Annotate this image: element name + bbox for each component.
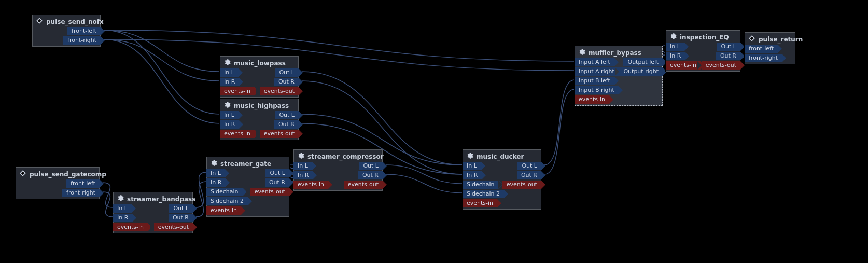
port-in-In-L[interactable]: In L	[220, 111, 239, 119]
port-in-In-L[interactable]: In L	[220, 68, 239, 77]
port-out-Out-L[interactable]: Out L	[517, 162, 541, 170]
wire[interactable]	[544, 80, 575, 165]
wire[interactable]	[104, 30, 220, 72]
port-in-events-in[interactable]: events-in	[293, 181, 328, 189]
node-inspection_EQ[interactable]: inspection_EQIn LOut LIn ROut Revents-in…	[666, 30, 740, 72]
port-out-Out-R[interactable]: Out R	[716, 52, 740, 60]
port-in-front-left[interactable]: front-left	[745, 45, 778, 53]
node-title-text: pulse_return	[759, 36, 803, 43]
wire[interactable]	[104, 39, 575, 71]
port-out-Out-R[interactable]: Out R	[274, 120, 299, 129]
port-out-Output-right[interactable]: Output right	[619, 67, 663, 76]
port-in-Sidechain[interactable]: Sidechain	[463, 181, 499, 189]
wire[interactable]	[103, 183, 113, 207]
port-in-Input-B-right[interactable]: Input B right	[575, 86, 619, 94]
node-music_lowpass[interactable]: music_lowpassIn LOut LIn ROut Revents-in…	[220, 56, 299, 98]
port-in-In-R[interactable]: In R	[666, 52, 685, 60]
node-pulse_send_gatecomp[interactable]: pulse_send_gatecompfront-leftfront-right	[16, 167, 100, 199]
node-streamer_compressor[interactable]: streamer_compressorIn LOut LIn ROut Reve…	[293, 149, 383, 191]
port-in-events-in[interactable]: events-in	[206, 206, 241, 215]
wire[interactable]	[386, 165, 463, 184]
port-out-Out-L[interactable]: Out L	[275, 111, 299, 119]
port-in-In-R[interactable]: In R	[206, 178, 226, 187]
node-streamer_gate[interactable]: streamer_gateIn LOut LIn ROut RSidechain…	[206, 157, 289, 217]
port-out-events-out[interactable]: events-out	[260, 130, 299, 138]
port-in-events-in[interactable]: events-in	[666, 61, 701, 70]
port-in-In-R[interactable]: In R	[220, 78, 239, 86]
diamond-icon	[748, 35, 755, 44]
wire[interactable]	[386, 174, 463, 193]
port-in-In-R[interactable]: In R	[220, 120, 239, 129]
port-in-events-in[interactable]: events-in	[220, 130, 255, 138]
port-out-events-out[interactable]: events-out	[502, 181, 541, 189]
port-out-Out-R[interactable]: Out R	[169, 214, 193, 222]
gear-icon	[223, 101, 231, 110]
port-in-In-L[interactable]: In L	[666, 43, 684, 51]
diamond-icon	[19, 170, 26, 178]
node-music_highpass[interactable]: music_highpassIn LOut LIn ROut Revents-i…	[220, 99, 299, 140]
node-title: music_highpass	[220, 99, 298, 111]
port-in-In-L[interactable]: In L	[463, 162, 481, 170]
port-out-Out-L[interactable]: Out L	[717, 43, 740, 51]
port-out-Out-L[interactable]: Out L	[359, 162, 383, 170]
port-in-In-R[interactable]: In R	[113, 214, 132, 222]
port-in-Sidechain-2[interactable]: Sidechain 2	[206, 197, 248, 205]
wire[interactable]	[196, 182, 206, 217]
port-in-Sidechain[interactable]: Sidechain	[206, 188, 243, 196]
node-title-text: music_ducker	[477, 153, 524, 160]
port-in-events-in[interactable]: events-in	[463, 199, 497, 207]
port-out-events-out[interactable]: events-out	[260, 87, 299, 95]
wire[interactable]	[544, 89, 575, 174]
wire[interactable]	[104, 39, 220, 123]
node-title: pulse_send_gatecomp	[16, 168, 99, 179]
node-title-text: music_lowpass	[234, 60, 286, 67]
wire[interactable]	[103, 192, 113, 217]
node-title-text: streamer_gate	[220, 160, 271, 168]
wire[interactable]	[104, 30, 575, 61]
node-pulse_return[interactable]: pulse_returnfront-leftfront-right	[745, 32, 795, 64]
port-in-In-L[interactable]: In L	[293, 162, 312, 170]
wire[interactable]	[104, 30, 220, 114]
node-title: muffler_bypass	[575, 46, 662, 58]
port-out-events-out[interactable]: events-out	[250, 188, 289, 196]
port-in-Input-B-left[interactable]: Input B left	[575, 77, 614, 85]
port-out-Out-R[interactable]: Out R	[358, 171, 383, 179]
node-streamer_bandpass[interactable]: streamer_bandpassIn LOut LIn ROut Revent…	[113, 192, 193, 233]
port-out-Out-L[interactable]: Out L	[265, 169, 289, 177]
port-out-Out-L[interactable]: Out L	[169, 204, 193, 213]
node-title-text: streamer_bandpass	[127, 196, 195, 203]
port-out-front-right[interactable]: front-right	[63, 36, 101, 45]
node-muffler_bypass[interactable]: muffler_bypassInput A leftOutput leftInp…	[575, 46, 663, 106]
port-out-front-right[interactable]: front-right	[62, 189, 100, 197]
port-in-In-R[interactable]: In R	[293, 171, 313, 179]
port-in-events-in[interactable]: events-in	[220, 87, 255, 95]
node-title: pulse_return	[745, 33, 795, 45]
port-in-In-R[interactable]: In R	[463, 171, 482, 179]
node-title: streamer_compressor	[294, 150, 382, 162]
port-out-Out-R[interactable]: Out R	[274, 78, 299, 86]
port-in-events-in[interactable]: events-in	[113, 223, 148, 231]
port-in-front-right[interactable]: front-right	[745, 54, 782, 62]
port-in-Sidechain-2[interactable]: Sidechain 2	[463, 190, 504, 198]
port-in-events-in[interactable]: events-in	[575, 95, 609, 104]
port-in-In-L[interactable]: In L	[113, 204, 132, 213]
port-out-front-left[interactable]: front-left	[66, 179, 100, 188]
port-out-Out-R[interactable]: Out R	[265, 178, 289, 187]
port-out-events-out[interactable]: events-out	[154, 223, 193, 231]
wire[interactable]	[104, 39, 220, 81]
gear-icon	[297, 152, 304, 161]
node-title: inspection_EQ	[666, 31, 740, 43]
node-music_ducker[interactable]: music_duckerIn LOut LIn ROut RSidechaine…	[463, 149, 541, 210]
port-in-In-L[interactable]: In L	[206, 169, 225, 177]
port-in-Input-A-right[interactable]: Input A right	[575, 67, 619, 76]
port-out-front-left[interactable]: front-left	[67, 27, 101, 35]
port-out-Output-left[interactable]: Output left	[623, 58, 663, 66]
node-pulse_send_nofx[interactable]: pulse_send_nofxfront-leftfront-right	[32, 15, 101, 47]
port-in-Input-A-left[interactable]: Input A left	[575, 58, 614, 66]
port-out-events-out[interactable]: events-out	[702, 61, 740, 70]
port-out-Out-R[interactable]: Out R	[517, 171, 541, 179]
wire[interactable]	[196, 172, 206, 207]
port-out-events-out[interactable]: events-out	[344, 181, 383, 189]
port-out-Out-L[interactable]: Out L	[275, 68, 299, 77]
gear-icon	[117, 195, 124, 203]
